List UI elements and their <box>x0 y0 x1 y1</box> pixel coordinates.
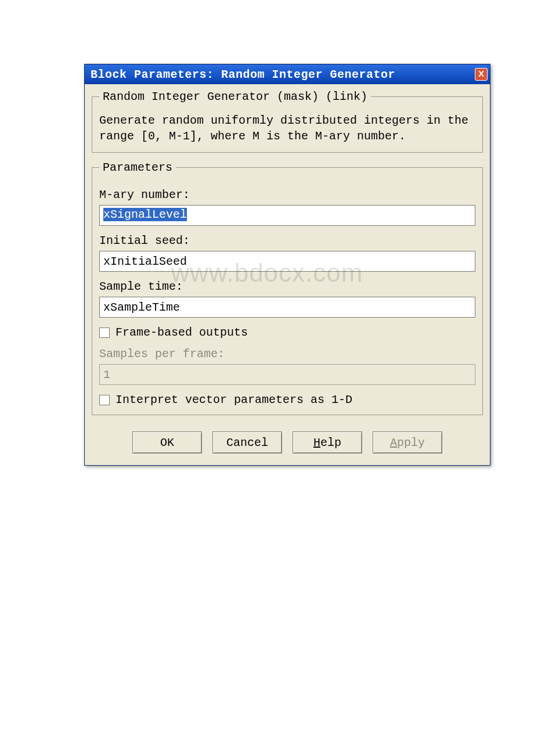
help-button[interactable]: Help <box>293 431 362 453</box>
cancel-button[interactable]: Cancel <box>212 431 282 453</box>
mary-input[interactable]: xSignalLevel <box>99 205 475 226</box>
sample-time-input[interactable] <box>99 297 475 318</box>
titlebar[interactable]: Block Parameters: Random Integer Generat… <box>85 64 490 84</box>
sample-time-label: Sample time: <box>99 280 475 293</box>
group-parameters: Parameters M-ary number: xSignalLevel In… <box>92 161 483 415</box>
dialog-block-parameters: Block Parameters: Random Integer Generat… <box>84 64 490 466</box>
ok-button[interactable]: OK <box>132 431 202 453</box>
mary-label: M-ary number: <box>99 188 475 201</box>
samples-per-frame-input <box>99 364 475 385</box>
group-description: Random Integer Generator (mask) (link) G… <box>92 90 483 153</box>
seed-label: Initial seed: <box>99 234 475 247</box>
frame-based-row: Frame-based outputs <box>99 326 475 339</box>
help-suffix: elp <box>320 436 341 449</box>
dialog-client-area: Random Integer Generator (mask) (link) G… <box>85 84 490 465</box>
close-icon[interactable]: X <box>475 68 488 81</box>
frame-based-checkbox[interactable] <box>99 327 110 338</box>
apply-suffix: pply <box>397 436 425 449</box>
help-underline: H <box>313 436 320 449</box>
interpret-1d-label: Interpret vector parameters as 1-D <box>116 393 352 406</box>
frame-based-label: Frame-based outputs <box>116 326 248 339</box>
group-description-legend: Random Integer Generator (mask) (link) <box>99 90 371 103</box>
group-parameters-legend: Parameters <box>99 161 176 174</box>
group-description-text: Generate random uniformly distributed in… <box>99 113 475 144</box>
apply-underline: A <box>390 436 397 449</box>
button-row: OK Cancel Help Apply <box>92 423 483 457</box>
seed-input[interactable] <box>99 251 475 272</box>
interpret-1d-checkbox[interactable] <box>99 395 110 405</box>
samples-per-frame-label: Samples per frame: <box>99 347 475 361</box>
apply-button: Apply <box>373 431 442 453</box>
interpret-1d-row: Interpret vector parameters as 1-D <box>99 393 475 406</box>
titlebar-title: Block Parameters: Random Integer Generat… <box>91 68 395 81</box>
mary-input-value: xSignalLevel <box>103 208 187 221</box>
